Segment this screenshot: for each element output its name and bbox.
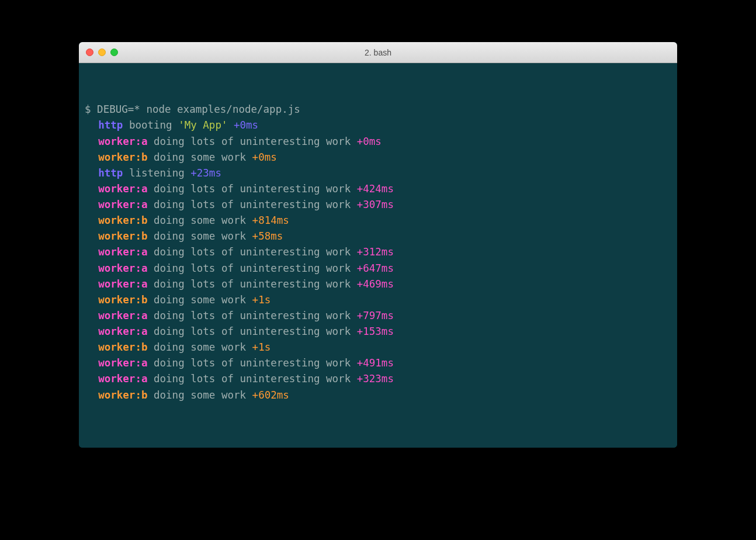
- log-namespace: worker:b: [98, 389, 147, 401]
- log-line: worker:a doing lots of uninteresting wor…: [85, 244, 671, 260]
- log-line: worker:a doing lots of uninteresting wor…: [85, 181, 671, 197]
- log-namespace: http: [98, 167, 123, 179]
- log-output: http booting 'My App' +0msworker:a doing…: [85, 117, 671, 403]
- log-message: doing lots of uninteresting work: [154, 183, 351, 195]
- log-message: doing some work: [154, 151, 246, 163]
- log-line: worker:a doing lots of uninteresting wor…: [85, 276, 671, 292]
- log-line: worker:b doing some work +1s: [85, 292, 671, 308]
- window-titlebar: 2. bash: [79, 42, 677, 63]
- log-message: booting: [129, 119, 178, 131]
- log-namespace: worker:a: [98, 357, 147, 369]
- log-line: http booting 'My App' +0ms: [85, 117, 671, 133]
- terminal-window: 2. bash $ DEBUG=* node examples/node/app…: [79, 42, 677, 448]
- log-namespace: worker:a: [98, 183, 147, 195]
- log-namespace: worker:a: [98, 246, 147, 258]
- log-message: doing lots of uninteresting work: [154, 199, 351, 210]
- log-line: http listening +23ms: [85, 165, 671, 181]
- log-message: doing lots of uninteresting work: [154, 373, 351, 385]
- log-namespace: worker:a: [98, 278, 147, 290]
- log-time-delta: +0ms: [357, 136, 382, 147]
- log-line: worker:b doing some work +0ms: [85, 150, 671, 165]
- log-namespace: worker:b: [98, 214, 147, 226]
- log-message: doing some work: [154, 389, 246, 401]
- close-icon[interactable]: [86, 49, 93, 56]
- log-namespace: worker:a: [98, 326, 147, 337]
- log-namespace: worker:a: [98, 310, 147, 321]
- log-time-delta: +469ms: [357, 278, 394, 290]
- log-time-delta: +0ms: [234, 119, 258, 131]
- log-time-delta: +602ms: [252, 389, 289, 401]
- log-time-delta: +647ms: [357, 262, 394, 274]
- log-message: doing some work: [154, 214, 246, 226]
- log-line: worker:b doing some work +58ms: [85, 229, 671, 244]
- log-time-delta: +814ms: [252, 214, 289, 226]
- log-message: doing lots of uninteresting work: [154, 278, 351, 290]
- log-message: listening: [129, 167, 185, 179]
- log-message: doing lots of uninteresting work: [154, 357, 351, 369]
- window-traffic-lights: [79, 49, 118, 56]
- log-message: doing some work: [154, 294, 246, 306]
- command-text: DEBUG=* node examples/node/app.js: [97, 103, 300, 115]
- log-time-delta: +797ms: [357, 310, 394, 321]
- prompt-symbol: $: [85, 103, 91, 115]
- log-namespace: http: [98, 119, 123, 131]
- log-time-delta: +23ms: [190, 167, 221, 179]
- log-time-delta: +0ms: [252, 151, 277, 163]
- log-namespace: worker:b: [98, 294, 147, 306]
- log-message: doing some work: [154, 341, 246, 353]
- log-line: worker:a doing lots of uninteresting wor…: [85, 324, 671, 340]
- log-namespace: worker:a: [98, 136, 147, 147]
- log-namespace: worker:b: [98, 341, 147, 353]
- log-namespace: worker:b: [98, 151, 147, 163]
- log-namespace: worker:a: [98, 262, 147, 274]
- log-namespace: worker:a: [98, 373, 147, 385]
- log-namespace: worker:b: [98, 230, 147, 242]
- log-message: doing lots of uninteresting work: [154, 262, 351, 274]
- log-time-delta: +424ms: [357, 183, 394, 195]
- log-line: worker:b doing some work +602ms: [85, 387, 671, 403]
- log-line: worker:a doing lots of uninteresting wor…: [85, 355, 671, 371]
- log-line: worker:a doing lots of uninteresting wor…: [85, 371, 671, 387]
- minimize-icon[interactable]: [98, 49, 106, 56]
- log-time-delta: +491ms: [357, 357, 394, 369]
- terminal-viewport[interactable]: $ DEBUG=* node examples/node/app.jshttp …: [79, 63, 677, 448]
- log-message: doing some work: [154, 230, 246, 242]
- maximize-icon[interactable]: [110, 49, 118, 56]
- log-time-delta: +312ms: [357, 246, 394, 258]
- log-message: doing lots of uninteresting work: [154, 246, 351, 258]
- log-time-delta: +1s: [252, 294, 271, 306]
- log-time-delta: +153ms: [357, 326, 394, 337]
- log-line: worker:b doing some work +814ms: [85, 213, 671, 229]
- log-line: worker:a doing lots of uninteresting wor…: [85, 261, 671, 276]
- log-message: doing lots of uninteresting work: [154, 326, 351, 337]
- log-time-delta: +58ms: [252, 230, 283, 242]
- log-line: worker:a doing lots of uninteresting wor…: [85, 197, 671, 213]
- log-time-delta: +323ms: [357, 373, 394, 385]
- window-title: 2. bash: [79, 48, 677, 57]
- log-line: worker:a doing lots of uninteresting wor…: [85, 134, 671, 150]
- log-message: doing lots of uninteresting work: [154, 310, 351, 321]
- log-line: worker:b doing some work +1s: [85, 340, 671, 355]
- prompt-line: $ DEBUG=* node examples/node/app.js: [85, 102, 671, 117]
- log-time-delta: +1s: [252, 341, 271, 353]
- log-quoted-string: 'My App': [178, 119, 227, 131]
- log-line: worker:a doing lots of uninteresting wor…: [85, 308, 671, 324]
- log-namespace: worker:a: [98, 199, 147, 210]
- log-time-delta: +307ms: [357, 199, 394, 210]
- log-message: doing lots of uninteresting work: [154, 136, 351, 147]
